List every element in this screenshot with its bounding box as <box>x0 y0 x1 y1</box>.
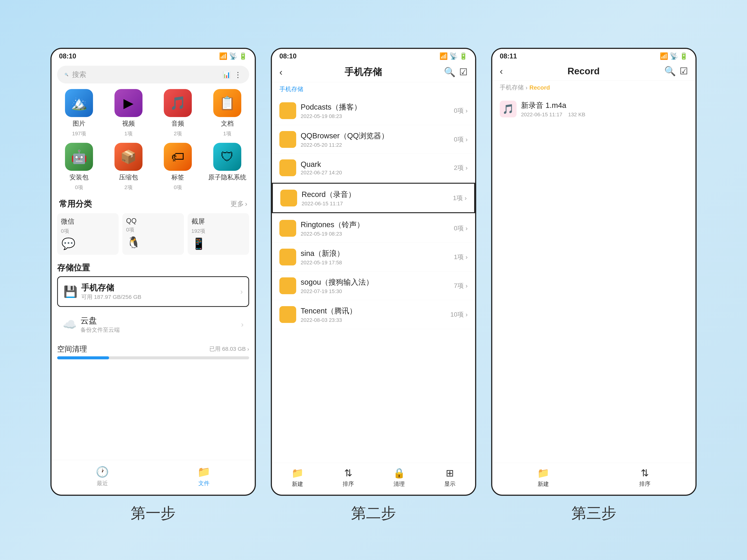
tool-new-3[interactable]: 📁 新建 <box>537 468 549 488</box>
app-tags[interactable]: 🏷 标签 0项 <box>156 143 200 191</box>
screen3-header: ‹ Record 🔍 ☑ <box>492 62 695 80</box>
wifi-icon-3: 📡 <box>670 52 678 60</box>
folder-record[interactable]: Record（录音） 2022-06-15 11:17 1项 › <box>272 183 475 213</box>
cloud-sub: 备份文件至云端 <box>80 326 237 334</box>
new-folder-icon: 📁 <box>291 468 304 479</box>
folder-date-quark: 2022-06-27 14:20 <box>301 170 449 176</box>
search-icon-3[interactable]: 🔍 <box>664 66 676 77</box>
new-folder-icon-3: 📁 <box>537 468 549 479</box>
app-audio[interactable]: 🎵 音频 2项 <box>156 89 200 137</box>
folder-count-ringtones: 0项 › <box>454 224 468 233</box>
step-2-container: 08:10 📶 📡 🔋 ‹ 手机存储 🔍 ☑ 手机存储 <box>271 48 476 524</box>
screen2-header: ‹ 手机存储 🔍 ☑ <box>272 62 475 82</box>
time-3: 08:11 <box>500 52 517 60</box>
voice-search-icon[interactable]: 📊 <box>223 71 230 78</box>
category-wechat[interactable]: 微信 0项 💬 <box>57 213 119 255</box>
app-zip[interactable]: 📦 压缩包 2项 <box>107 143 151 191</box>
folder-date-qqbrowser: 2022-05-20 11:22 <box>301 142 449 148</box>
tool-sort-label-3: 排序 <box>639 480 650 488</box>
recent-icon: 🕐 <box>96 466 109 478</box>
folder-date-sogou: 2022-07-19 15:30 <box>301 288 449 294</box>
space-clean-used: 已用 68.03 GB › <box>209 345 249 353</box>
space-clean-section: 空间清理 已用 68.03 GB › <box>52 342 255 361</box>
cloud-item[interactable]: ☁️ 云盘 备份文件至云端 › <box>57 310 249 339</box>
app-icon-grid: 🏔️ 图片 197项 ▶ 视频 1项 🎵 音频 2项 📋 文档 1 <box>52 89 255 196</box>
tool-new[interactable]: 📁 新建 <box>291 468 304 488</box>
folder-podcasts[interactable]: Podcasts（播客） 2022-05-19 08:23 0项 › <box>272 96 475 125</box>
step-2-label: 第二步 <box>351 503 396 524</box>
phone-storage-name: 手机存储 <box>81 282 237 293</box>
app-apk[interactable]: 🤖 安装包 0项 <box>57 143 101 191</box>
status-bar-2: 08:10 📶 📡 🔋 <box>272 49 475 62</box>
folder-qqbrowser[interactable]: QQBrowser（QQ浏览器） 2022-05-20 11:22 0项 › <box>272 125 475 154</box>
back-btn-3[interactable]: ‹ <box>500 66 503 77</box>
search-icon-2[interactable]: 🔍 <box>444 66 456 77</box>
tool-sort-3[interactable]: ⇅ 排序 <box>639 468 650 488</box>
step-3-container: 08:11 📶 📡 🔋 ‹ Record 🔍 ☑ 手机存储 › <box>491 48 697 524</box>
folder-sina[interactable]: sina（新浪） 2022-05-19 17:58 1项 › <box>272 243 475 271</box>
folder-count-sogou: 7项 › <box>454 282 468 290</box>
folder-count-tencent: 10项 › <box>450 310 468 319</box>
time-2: 08:10 <box>279 52 297 60</box>
tool-new-label: 新建 <box>292 480 303 488</box>
back-btn-2[interactable]: ‹ <box>279 66 283 77</box>
folder-date-tencent: 2022-08-03 23:33 <box>301 317 446 323</box>
bottom-toolbar-2: 📁 新建 ⇅ 排序 🔒 清理 ⊞ 显示 <box>272 463 475 495</box>
folder-count-quark: 2项 › <box>454 163 468 172</box>
folder-icon-ringtones <box>279 220 296 237</box>
music-note-icon: 🎵 <box>503 104 514 114</box>
clean-icon: 🔒 <box>393 468 405 479</box>
tool-sort[interactable]: ⇅ 排序 <box>343 468 354 488</box>
common-section-header: 常用分类 更多 › <box>52 196 255 213</box>
signal-icon-3: 📶 <box>660 52 668 60</box>
phone-frame-2: 08:10 📶 📡 🔋 ‹ 手机存储 🔍 ☑ 手机存储 <box>271 48 476 496</box>
folder-sogou[interactable]: sogou（搜狗输入法） 2022-07-19 15:30 7项 › <box>272 271 475 300</box>
search-icon: 🔍 <box>65 73 68 76</box>
folder-icon-quark <box>279 159 296 176</box>
folder-quark[interactable]: Quark 2022-06-27 14:20 2项 › <box>272 154 475 182</box>
storage-arrow-icon: › <box>240 288 243 296</box>
app-privacy[interactable]: 🛡 原子隐私系统 <box>205 143 249 191</box>
folder-count-record: 1项 › <box>453 194 467 202</box>
screen2-title: 手机存储 <box>286 66 440 78</box>
step-3-label: 第三步 <box>571 503 616 524</box>
app-docs[interactable]: 📋 文档 1项 <box>205 89 249 137</box>
folder-ringtones[interactable]: Ringtones（铃声） 2022-05-19 08:23 0项 › <box>272 214 475 243</box>
tool-sort-label: 排序 <box>343 480 354 488</box>
breadcrumb-text[interactable]: 手机存储 <box>279 85 303 93</box>
nav-files[interactable]: 📁 文件 <box>198 466 210 487</box>
tool-clean[interactable]: 🔒 清理 <box>393 468 405 488</box>
folder-name-quark: Quark <box>301 160 449 168</box>
step-1-container: 08:10 📶 📡 🔋 🔍 搜索 📊 ⋮ 🏔️ 图片 <box>50 48 256 524</box>
phone-frame-1: 08:10 📶 📡 🔋 🔍 搜索 📊 ⋮ 🏔️ 图片 <box>50 48 256 496</box>
folder-tencent[interactable]: Tencent（腾讯） 2022-08-03 23:33 10项 › <box>272 300 475 329</box>
phone-storage-item[interactable]: 💾 手机存储 可用 187.97 GB/256 GB › <box>57 276 249 307</box>
more-options-icon[interactable]: ⋮ <box>234 70 242 79</box>
check-icon-3[interactable]: ☑ <box>679 66 688 77</box>
tool-display[interactable]: ⊞ 显示 <box>444 468 456 488</box>
nav-recent[interactable]: 🕐 最近 <box>96 466 109 487</box>
folder-name-podcasts: Podcasts（播客） <box>301 102 449 112</box>
nav-files-label: 文件 <box>198 480 209 487</box>
audio-file-item[interactable]: 🎵 新录音 1.m4a 2022-06-15 11:17 132 KB <box>492 95 695 123</box>
sort-icon-3: ⇅ <box>641 468 649 479</box>
bottom-toolbar-3: 📁 新建 ⇅ 排序 <box>492 463 695 495</box>
more-btn[interactable]: 更多 › <box>230 199 247 209</box>
folder-date-ringtones: 2022-05-19 08:23 <box>301 231 449 237</box>
folder-icon-sina <box>279 249 296 265</box>
breadcrumb-3: 手机存储 › Record <box>492 80 695 95</box>
space-progress-fill <box>57 356 109 359</box>
category-qq[interactable]: QQ 0项 🐧 <box>122 213 184 255</box>
folder-icon-qqbrowser <box>279 131 296 148</box>
common-section-title: 常用分类 <box>59 198 92 209</box>
check-icon-2[interactable]: ☑ <box>459 66 468 77</box>
step-1-label: 第一步 <box>131 503 176 524</box>
search-bar[interactable]: 🔍 搜索 📊 ⋮ <box>57 66 249 83</box>
audio-file-icon: 🎵 <box>500 101 517 117</box>
folder-count-sina: 1项 › <box>454 253 468 261</box>
app-photos[interactable]: 🏔️ 图片 197项 <box>57 89 101 137</box>
tool-new-label-3: 新建 <box>538 480 549 488</box>
app-video[interactable]: ▶ 视频 1项 <box>107 89 151 137</box>
category-screenshot[interactable]: 截屏 192项 📱 <box>188 213 249 255</box>
breadcrumb-parent[interactable]: 手机存储 <box>500 83 524 92</box>
